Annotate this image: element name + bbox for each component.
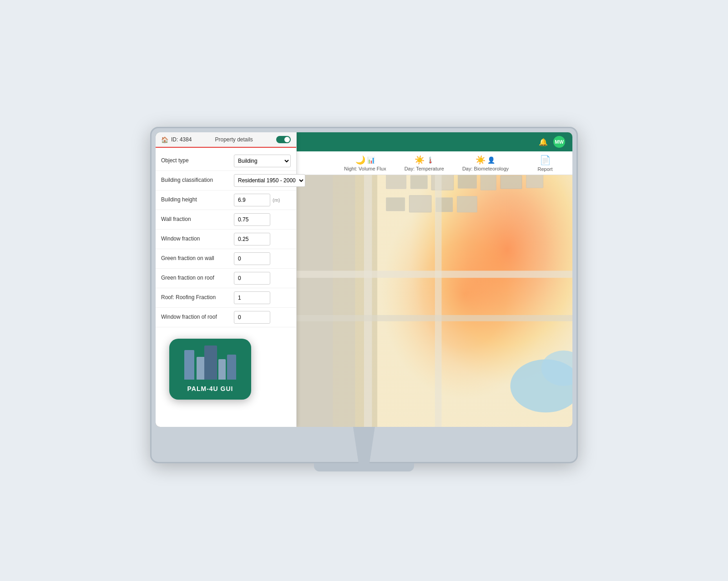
logo-building-2 [197, 357, 205, 380]
green-wall-input[interactable] [234, 252, 270, 265]
height-input[interactable] [234, 194, 270, 206]
height-unit: (m) [273, 197, 282, 203]
form-row-classification: Building classification Residential 1950… [156, 171, 296, 190]
window-roof-input[interactable] [234, 311, 270, 324]
classification-label: Building classification [161, 177, 234, 184]
report-icon: 📄 [540, 155, 551, 165]
form-row-object-type: Object type Building Tree Road Water [156, 151, 296, 171]
object-type-label: Object type [161, 157, 234, 165]
toolbar-item-report[interactable]: 📄 Report [527, 155, 563, 172]
panel-id-text: ID: 4384 [171, 136, 192, 143]
logo-building-3 [204, 346, 217, 380]
monitor-stand-neck [346, 427, 382, 463]
panel-toggle[interactable] [276, 136, 291, 143]
svg-rect-33 [409, 195, 431, 212]
window-label: Window fraction [161, 235, 234, 243]
svg-rect-37 [435, 132, 442, 427]
height-label: Building height [161, 196, 234, 204]
report-label: Report [537, 166, 552, 172]
green-wall-label: Green fraction on wall [161, 255, 234, 262]
logo-text: PALM-4U GUI [187, 385, 233, 392]
svg-rect-36 [364, 132, 372, 427]
green-roof-label: Green fraction on roof [161, 275, 234, 282]
svg-rect-30 [500, 175, 522, 189]
toolbar-item-night-volume[interactable]: 🌙📊 Night: Volume Flux [344, 155, 386, 171]
screen: 🔔 MW 🌙📊 Night: Volume Flux [156, 132, 572, 427]
window-input[interactable] [234, 233, 270, 245]
roofing-label: Roof: Roofing Fraction [161, 294, 234, 301]
form-section: Object type Building Tree Road Water [156, 148, 296, 331]
svg-rect-25 [386, 173, 406, 189]
svg-rect-29 [480, 173, 496, 190]
monitor-screen: 🔔 MW 🌙📊 Night: Volume Flux [156, 132, 572, 427]
object-type-select[interactable]: Building Tree Road Water [234, 155, 291, 167]
day-temp-icon: ☀️🌡️ [415, 155, 434, 165]
panel-header: 🏠 ID: 4384 Property details [156, 132, 296, 148]
form-row-green-wall: Green fraction on wall [156, 249, 296, 269]
day-bio-icon: ☀️👤 [475, 155, 495, 165]
night-volume-icon: 🌙📊 [355, 155, 375, 165]
monitor: 🔔 MW 🌙📊 Night: Volume Flux [150, 127, 578, 463]
map-container[interactable]: 🏠 ID: 4384 Property details Object type [156, 132, 572, 427]
bell-icon[interactable]: 🔔 [539, 138, 548, 146]
form-row-wall: Wall fraction [156, 210, 296, 230]
logo-building-4 [218, 359, 226, 380]
topbar-right: 🔔 MW [539, 136, 565, 148]
svg-rect-27 [431, 172, 454, 190]
id-icon: 🏠 [161, 136, 168, 143]
logo-building-1 [184, 350, 194, 380]
night-volume-label: Night: Volume Flux [344, 166, 386, 171]
toolbar-item-day-bio[interactable]: ☀️👤 Day: Biometeorology [462, 155, 509, 171]
svg-rect-32 [386, 198, 405, 211]
svg-rect-35 [457, 196, 477, 212]
svg-rect-26 [410, 175, 427, 189]
day-temp-label: Day: Temperature [404, 166, 444, 171]
classification-select[interactable]: Residential 1950 - 2000 Residential pre-… [234, 174, 305, 187]
wall-input[interactable] [234, 213, 270, 226]
form-row-window-roof: Window fraction of roof [156, 308, 296, 327]
form-row-roofing: Roof: Roofing Fraction [156, 288, 296, 308]
window-roof-label: Window fraction of roof [161, 314, 234, 321]
green-roof-input[interactable] [234, 272, 270, 285]
monitor-stand-base [314, 463, 414, 471]
form-row-window: Window fraction [156, 230, 296, 249]
wall-label: Wall fraction [161, 216, 234, 223]
logo-overlay: PALM-4U GUI [169, 339, 251, 400]
user-avatar[interactable]: MW [553, 136, 565, 148]
logo-buildings [184, 348, 236, 380]
day-bio-label: Day: Biometeorology [462, 166, 509, 171]
logo-building-5 [227, 355, 236, 380]
svg-rect-28 [458, 174, 477, 188]
roofing-input[interactable] [234, 291, 270, 304]
scene: 🔔 MW 🌙📊 Night: Volume Flux [114, 118, 614, 463]
form-row-height: Building height (m) [156, 190, 296, 210]
panel-title-text: Property details [215, 136, 253, 143]
id-badge: 🏠 ID: 4384 [161, 136, 192, 143]
form-row-green-roof: Green fraction on roof [156, 269, 296, 288]
toolbar-item-day-temp[interactable]: ☀️🌡️ Day: Temperature [404, 155, 444, 171]
